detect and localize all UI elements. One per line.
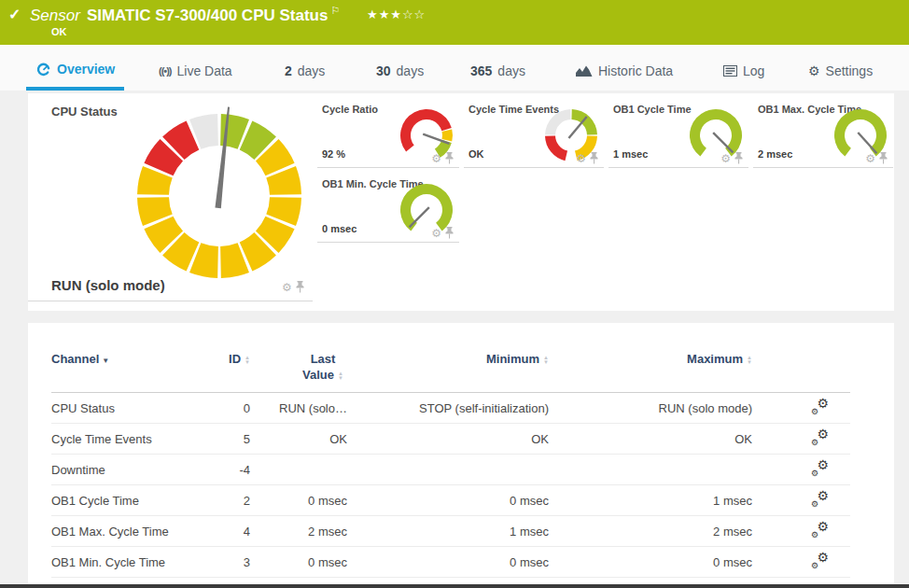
tab-bar: Overview ((•)) Live Data 2 days 30 days … xyxy=(0,45,909,91)
gear-icon[interactable]: ⚙ xyxy=(431,153,441,164)
sort-icon: ▲▼ xyxy=(245,356,250,365)
mini-panel-cycle-ratio: Cycle Ratio 92 % ⚙ xyxy=(317,101,459,168)
column-header-minimum[interactable]: Minimum▲▼ xyxy=(347,351,549,393)
main-gauge-title: CPU Status xyxy=(51,105,118,119)
live-data-icon: ((•)) xyxy=(159,65,172,77)
priority-flag-icon[interactable]: ⚐ xyxy=(330,5,340,16)
sort-icon: ▲▼ xyxy=(747,356,752,365)
table-row: OB1 Cycle Time20 msec0 msec1 msec⚙⚙ xyxy=(51,485,850,516)
mini-gauge-title: OB1 Cycle Time xyxy=(613,104,692,115)
mini-gauge-value: 0 msec xyxy=(322,223,357,234)
sort-icon: ▲▼ xyxy=(543,356,549,365)
pin-icon[interactable] xyxy=(590,152,598,164)
pin-icon[interactable] xyxy=(734,152,743,164)
tab-label: Settings xyxy=(826,63,874,78)
channel-id-cell: 0 xyxy=(201,393,250,424)
divider xyxy=(28,301,313,301)
priority-stars[interactable]: ★★★☆☆ xyxy=(367,7,426,21)
pin-icon[interactable] xyxy=(879,152,888,164)
channel-settings-icon[interactable]: ⚙⚙ xyxy=(811,399,829,414)
column-header-id[interactable]: ID▲▼ xyxy=(201,351,250,393)
gear-icon[interactable]: ⚙ xyxy=(865,153,875,164)
gear-icon[interactable]: ⚙ xyxy=(720,153,731,164)
minimum-cell: 1 msec xyxy=(347,516,549,547)
last-value-cell: 2 msec xyxy=(250,516,347,547)
log-icon xyxy=(723,65,737,77)
table-row: Downtime-4⚙⚙ xyxy=(51,455,850,485)
table-row: Cycle Time Events5OKOKOK⚙⚙ xyxy=(51,424,850,455)
channel-name-cell: Downtime xyxy=(51,455,201,485)
channel-name-cell: OB1 Max. Cycle Time xyxy=(51,516,201,547)
cpu-status-gauge xyxy=(126,103,313,289)
sensor-header: ✓ SensorSIMATIC S7-300/400 CPU Status⚐ ★… xyxy=(0,0,909,45)
channels-table-panel: Channel▼ ID▲▼ Last Value▲▼ Minimum▲▼ Max… xyxy=(28,323,894,588)
tab-label: days xyxy=(397,63,425,78)
channel-settings-icon[interactable]: ⚙⚙ xyxy=(811,553,829,568)
channel-id-cell: 4 xyxy=(201,516,250,547)
table-row: CPU Status0RUN (solo…STOP (self-initiali… xyxy=(51,393,850,424)
channel-settings-icon[interactable]: ⚙⚙ xyxy=(811,430,829,445)
column-header-channel[interactable]: Channel▼ xyxy=(51,351,201,393)
mini-gauge-value: 92 % xyxy=(322,148,345,160)
channel-id-cell: 2 xyxy=(201,485,250,516)
tab-number: 365 xyxy=(470,63,492,78)
channel-settings-cell: ⚙⚙ xyxy=(752,516,850,547)
mini-gauge-value: 1 msec xyxy=(613,148,648,160)
channel-name-cell: OB1 Cycle Time xyxy=(51,485,201,516)
maximum-cell: 1 msec xyxy=(549,485,752,516)
tab-number: 2 xyxy=(285,63,292,78)
tab-label: Live Data xyxy=(177,63,232,78)
tab-historic-data[interactable]: Historic Data xyxy=(566,45,682,91)
channel-settings-cell: ⚙⚙ xyxy=(752,455,850,485)
tab-live-data[interactable]: ((•)) Live Data xyxy=(149,45,242,91)
pin-icon[interactable] xyxy=(296,281,304,293)
maximum-cell: OK xyxy=(549,424,752,455)
main-gauge-value: RUN (solo mode) xyxy=(51,277,165,293)
object-kind-label: Sensor xyxy=(30,7,80,24)
channel-settings-cell: ⚙⚙ xyxy=(752,547,850,578)
channel-id-cell: 3 xyxy=(201,547,250,578)
tab-number: 30 xyxy=(376,63,391,78)
tab-label: Log xyxy=(743,63,764,78)
tab-settings[interactable]: ⚙ Settings xyxy=(799,45,882,91)
last-value-cell: 0 msec xyxy=(250,485,347,516)
mini-panel-ob1-cycle-time: OB1 Cycle Time 1 msec ⚙ xyxy=(608,101,748,168)
tab-log[interactable]: Log xyxy=(714,45,774,91)
column-header-last-value[interactable]: Last Value▲▼ xyxy=(250,351,347,393)
historic-data-icon xyxy=(576,64,593,77)
minimum-cell: 0 msec xyxy=(347,485,549,516)
maximum-cell: 0 msec xyxy=(549,547,752,578)
channel-settings-icon[interactable]: ⚙⚙ xyxy=(811,523,829,538)
minimum-cell: OK xyxy=(347,424,549,455)
pin-icon[interactable] xyxy=(445,152,454,164)
tab-30-days[interactable]: 30 days xyxy=(367,45,433,91)
minimum-cell xyxy=(347,455,549,485)
channels-table: Channel▼ ID▲▼ Last Value▲▼ Minimum▲▼ Max… xyxy=(51,351,850,578)
gear-icon[interactable]: ⚙ xyxy=(282,282,292,293)
channel-settings-icon[interactable]: ⚙⚙ xyxy=(811,492,829,507)
table-row: OB1 Min. Cycle Time30 msec0 msec0 msec⚙⚙ xyxy=(51,547,850,578)
tab-label: days xyxy=(497,63,525,78)
maximum-cell: RUN (solo mode) xyxy=(549,393,752,424)
tab-2-days[interactable]: 2 days xyxy=(275,45,334,91)
tab-label: Historic Data xyxy=(598,63,673,78)
sensor-title: SIMATIC S7-300/400 CPU Status xyxy=(87,7,329,24)
mini-panel-ob1-min-cycle-time: OB1 Min. Cycle Time 0 msec ⚙ xyxy=(317,175,459,243)
tab-label: days xyxy=(298,63,326,78)
channel-settings-cell: ⚙⚙ xyxy=(752,424,850,455)
tab-overview[interactable]: Overview xyxy=(26,45,124,91)
gear-icon[interactable]: ⚙ xyxy=(576,153,586,164)
tab-365-days[interactable]: 365 days xyxy=(461,45,535,91)
gear-icon: ⚙ xyxy=(808,63,820,78)
pin-icon[interactable] xyxy=(445,227,454,239)
minimum-cell: 0 msec xyxy=(347,547,549,578)
overview-gauges-panel: CPU Status RUN (solo mode) ⚙ Cycle Ratio… xyxy=(28,93,894,311)
column-header-maximum[interactable]: Maximum▲▼ xyxy=(549,351,752,393)
mini-panel-cycle-time-events: Cycle Time Events OK ⚙ xyxy=(464,101,604,168)
mini-gauge-title: Cycle Ratio xyxy=(322,104,378,115)
channel-settings-icon[interactable]: ⚙⚙ xyxy=(811,461,829,476)
gear-icon[interactable]: ⚙ xyxy=(431,228,441,239)
mini-panel-ob1-max-cycle-time: OB1 Max. Cycle Time 2 msec ⚙ xyxy=(753,101,893,168)
last-value-cell: RUN (solo… xyxy=(250,393,347,424)
channel-id-cell: 5 xyxy=(201,424,250,455)
